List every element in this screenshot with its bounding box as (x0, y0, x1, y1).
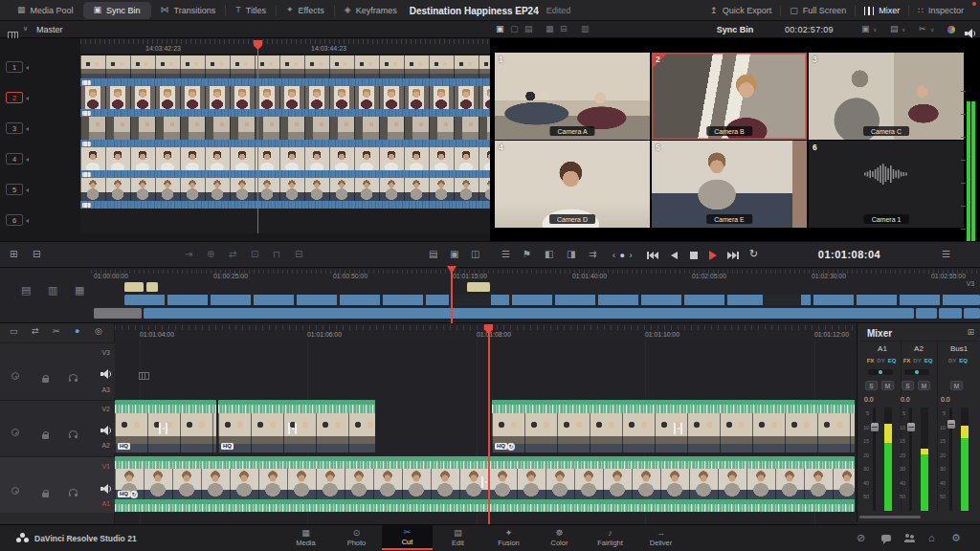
camera-track-5[interactable]: 5 (6, 184, 23, 195)
overview-track-v2-clips[interactable] (124, 295, 980, 305)
sync-insert-icon[interactable]: ⊞ (10, 250, 17, 259)
auto-select-icon[interactable] (11, 372, 19, 380)
headphones-icon[interactable] (69, 374, 78, 381)
audio-strip[interactable] (80, 170, 490, 178)
camera-track-6[interactable]: 6 (6, 214, 23, 226)
speaker-icon[interactable] (100, 426, 111, 435)
source-overwrite-icon[interactable]: ⊟ (295, 250, 302, 259)
dy-badge[interactable]: DY (948, 358, 956, 364)
lock-icon[interactable] (42, 434, 49, 439)
timeline-playhead[interactable] (488, 332, 490, 524)
overview-clip[interactable] (964, 308, 980, 319)
media-pool-button[interactable]: ▦Media Pool (8, 2, 83, 19)
transitions-button[interactable]: ⋈Transitions (151, 2, 226, 19)
markers-icon[interactable]: ▤ (429, 250, 437, 259)
track-header-v1a1-active[interactable]: V1 A1 (0, 456, 115, 513)
track-header-v3a3[interactable]: V3 A3 (0, 342, 115, 398)
timeline-clip-v2[interactable]: HQ ↻ (492, 400, 855, 452)
overview-clip-title[interactable] (146, 282, 158, 292)
eq-badge[interactable]: EQ (888, 358, 897, 364)
mixer-scrollbar[interactable] (859, 516, 921, 518)
audio-strip[interactable] (80, 109, 490, 117)
multicam-cell-camera-d[interactable]: 4 Camera D (495, 141, 650, 228)
overview-clip-title[interactable] (124, 282, 144, 292)
lock-icon[interactable] (42, 493, 49, 497)
stop-button[interactable] (690, 252, 698, 259)
overview-playhead[interactable] (451, 272, 453, 323)
snapping-icon[interactable]: ● (75, 327, 79, 336)
close-up-icon[interactable]: ⊡ (251, 250, 258, 259)
trim-handle[interactable] (288, 423, 297, 434)
overview-clip-main[interactable] (144, 308, 914, 319)
dy-badge[interactable]: DY (913, 358, 921, 364)
track-view-icon[interactable]: ◎ (95, 327, 102, 336)
lock-icon[interactable] (42, 378, 49, 383)
chevron-down-icon[interactable]: ∨ (23, 25, 28, 33)
page-media[interactable]: ▦Media (280, 525, 331, 550)
overview-ruler[interactable]: 01:00:00:00 01:00:25:00 01:00:50:00 01:0… (91, 269, 980, 280)
camera-view-icon[interactable]: ▣ (861, 25, 870, 33)
remote-monitoring-icon[interactable]: ⊘ (857, 533, 865, 543)
audio-strip[interactable] (80, 140, 490, 147)
append-icon[interactable]: ⊕ (207, 250, 214, 259)
page-color[interactable]: ☸Color (534, 525, 585, 550)
full-extent-zoom-icon[interactable]: ▤ (21, 285, 31, 296)
fader-handle[interactable] (871, 423, 879, 431)
headphones-icon[interactable] (69, 430, 78, 437)
dy-badge[interactable]: DY (877, 358, 884, 364)
timeline-clip-v2[interactable]: HQ (218, 400, 375, 452)
titles-button[interactable]: TTitles (226, 2, 276, 19)
camera-cut-icon[interactable]: ◧ (545, 250, 553, 259)
overview-clip[interactable] (916, 308, 937, 319)
auto-select-icon[interactable] (11, 487, 19, 495)
bin-selector[interactable]: Master (36, 25, 63, 34)
sync-bin-button[interactable]: ▣Sync Bin (84, 2, 150, 19)
page-photo[interactable]: ⊙Photo (331, 525, 382, 550)
jog-control[interactable]: ‹ ● › (612, 251, 633, 260)
scissors-icon[interactable]: ✂ (919, 25, 926, 33)
pan-control[interactable] (904, 369, 929, 375)
eq-badge[interactable]: EQ (924, 358, 933, 364)
page-cut-active[interactable]: ✂Cut (382, 525, 433, 550)
multicam-cell-camera-b-selected[interactable]: 2 Camera B (652, 53, 807, 140)
go-to-start-button[interactable] (647, 252, 658, 259)
stills-icon[interactable]: ▣ (450, 250, 458, 259)
filmstrip-camera-e[interactable] (80, 178, 490, 201)
mixer-expand-icon[interactable]: ⊞ (967, 328, 974, 337)
smart-insert-icon[interactable]: ⇥ (185, 250, 192, 259)
solo-button[interactable]: S (865, 381, 878, 390)
multicam-cell-camera-c[interactable]: 3 Camera C (809, 53, 964, 140)
filmstrip-camera-a[interactable] (80, 55, 490, 78)
page-fairlight[interactable]: ♪Fairlight (585, 525, 635, 550)
collaboration-icon[interactable] (904, 534, 916, 542)
inspector-button[interactable]: ∷Inspector (909, 6, 972, 15)
detail-zoom-icon[interactable]: ▥ (48, 285, 57, 296)
effects-button[interactable]: ✦Effects (277, 2, 334, 19)
append-end-icon[interactable]: ⇉ (589, 250, 596, 259)
settings-gear-icon[interactable]: ⚙ (951, 533, 961, 543)
quick-export-button[interactable]: ↥Quick Export (702, 6, 780, 15)
source-playhead[interactable] (257, 48, 259, 233)
overview-clip-title[interactable] (467, 282, 490, 292)
filmstrip-camera-b[interactable] (80, 86, 490, 109)
camera-track-1[interactable]: 1 (6, 61, 23, 73)
camera-track-3[interactable]: 3 (6, 122, 23, 134)
trim-handle[interactable] (674, 423, 682, 434)
timeline-options-menu-icon[interactable]: ☰ (942, 250, 950, 259)
mixer-button[interactable]: Mixer (856, 6, 908, 15)
razor-tool-icon[interactable]: ✂ (53, 327, 60, 336)
page-edit[interactable]: ▤Edit (433, 525, 483, 550)
timeline-clip-v2[interactable]: HQ (115, 400, 216, 452)
speaker-icon[interactable] (100, 484, 111, 494)
multicam-cell-camera-1-audio[interactable]: 6 Camera 1 (809, 141, 964, 228)
color-wheel-icon[interactable] (947, 26, 955, 33)
overview-clip-gray[interactable] (94, 308, 142, 319)
multicam-cell-camera-a[interactable]: 1 Camera A (495, 53, 650, 140)
page-deliver[interactable]: →Deliver (635, 525, 686, 550)
audio-strip[interactable] (80, 201, 490, 209)
multicam-view-icon[interactable]: ◫ (471, 250, 479, 259)
page-fusion[interactable]: ✦Fusion (483, 525, 534, 550)
play-button[interactable] (709, 251, 717, 260)
trim-handle[interactable] (159, 423, 167, 434)
auto-select-icon[interactable] (11, 429, 19, 436)
